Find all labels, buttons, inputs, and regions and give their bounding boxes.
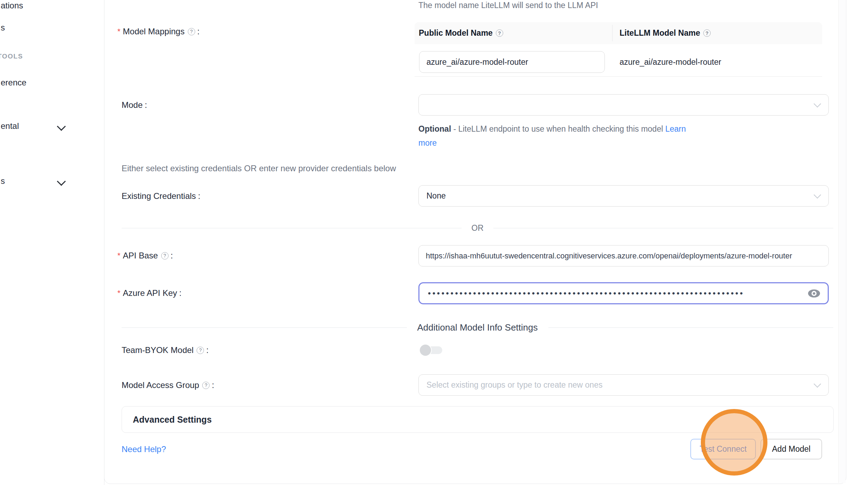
eye-icon[interactable]	[807, 289, 821, 298]
colon: :	[212, 380, 214, 390]
azure-api-key-label: * Azure API Key :	[117, 288, 182, 298]
help-question-icon[interactable]: ?	[197, 347, 204, 354]
label-text: Azure API Key	[123, 288, 177, 298]
model-name-hint: The model name LiteLLM will send to the …	[418, 1, 598, 10]
label-text: Mode	[122, 100, 143, 110]
column-divider	[612, 25, 613, 41]
sidebar: ations s TOOLS erence ental s	[0, 0, 104, 485]
toggle-knob	[420, 345, 431, 356]
scrollbar-gutter[interactable]	[838, 0, 846, 483]
chevron-down-icon	[814, 100, 821, 107]
mode-help-text: Optional - LiteLLM endpoint to use when …	[418, 122, 701, 150]
test-connect-button[interactable]: Test Connect	[690, 439, 756, 459]
label-text: Model Mappings	[123, 27, 185, 36]
label-text: API Base	[123, 251, 158, 261]
mode-label: Mode :	[122, 100, 147, 110]
sidebar-item-organizations[interactable]: ations	[1, 1, 23, 11]
mode-help-body: - LiteLLM endpoint to use when health ch…	[453, 124, 663, 133]
sidebar-item-label: s	[1, 176, 5, 186]
or-divider-text: OR	[471, 223, 484, 233]
table-header-row: Public Model Name ? LiteLLM Model Name ?	[415, 22, 822, 44]
column-header-public-model-name: Public Model Name ?	[419, 22, 503, 44]
api-base-label: * API Base ? :	[117, 251, 173, 261]
sidebar-item-label: s	[1, 23, 5, 32]
colon: :	[179, 288, 182, 298]
column-header-label: Public Model Name	[419, 28, 493, 38]
required-mark: *	[117, 27, 121, 36]
add-model-label: Add Model	[772, 444, 811, 454]
test-connect-label: Test Connect	[699, 444, 746, 454]
sidebar-section-tools: TOOLS	[0, 53, 23, 60]
help-question-icon[interactable]: ?	[202, 382, 210, 389]
azure-api-key-input[interactable]: ••••••••••••••••••••••••••••••••••••••••…	[418, 282, 829, 304]
add-model-screen: ations s TOOLS erence ental s The model …	[0, 0, 868, 485]
add-model-button[interactable]: Add Model	[760, 439, 822, 459]
need-help-link[interactable]: Need Help?	[122, 444, 166, 454]
public-model-name-input[interactable]	[419, 51, 605, 73]
label-text: Model Access Group	[122, 380, 199, 390]
column-header-litellm-model-name: LiteLLM Model Name ?	[620, 22, 711, 44]
advanced-settings-label: Advanced Settings	[133, 407, 212, 432]
existing-credentials-select[interactable]: None	[418, 185, 829, 207]
required-mark: *	[117, 251, 121, 260]
label-text: Team-BYOK Model	[122, 345, 193, 355]
help-question-icon[interactable]: ?	[161, 252, 169, 259]
sidebar-item-reference[interactable]: erence	[1, 78, 26, 88]
api-base-input[interactable]	[418, 245, 829, 266]
or-divider: OR	[122, 223, 833, 233]
existing-credentials-value: None	[426, 191, 446, 201]
colon: :	[198, 191, 200, 201]
sidebar-item-label: ations	[1, 1, 23, 10]
team-byok-toggle[interactable]	[420, 345, 443, 356]
info-settings-divider-text: Additional Model Info Settings	[417, 322, 538, 333]
sidebar-item-experimental[interactable]: ental	[1, 121, 19, 131]
sidebar-item[interactable]: s	[1, 23, 5, 33]
masked-password-value: ••••••••••••••••••••••••••••••••••••••••…	[428, 282, 744, 304]
model-mappings-table: Public Model Name ? LiteLLM Model Name ?…	[415, 22, 822, 77]
colon: :	[197, 27, 200, 36]
mode-select[interactable]	[418, 94, 829, 116]
info-settings-divider: Additional Model Info Settings	[122, 322, 833, 333]
required-mark: *	[117, 289, 121, 298]
model-access-group-label: Model Access Group ? :	[122, 380, 214, 390]
credentials-note: Either select existing credentials OR en…	[122, 164, 396, 173]
sidebar-item-label: erence	[1, 78, 26, 87]
help-question-icon[interactable]: ?	[496, 29, 503, 37]
help-question-icon[interactable]: ?	[188, 28, 195, 35]
column-header-label: LiteLLM Model Name	[620, 28, 700, 38]
team-byok-label: Team-BYOK Model ? :	[122, 345, 209, 355]
chevron-down-icon	[57, 177, 66, 186]
advanced-settings-panel[interactable]: Advanced Settings	[122, 406, 834, 433]
model-access-group-select[interactable]: Select existing groups or type to create…	[418, 374, 829, 396]
optional-emphasis: Optional	[418, 124, 451, 133]
chevron-down-icon	[814, 191, 821, 198]
label-text: Existing Credentials	[122, 191, 196, 201]
colon: :	[206, 345, 209, 355]
chevron-down-icon	[814, 380, 821, 387]
chevron-down-icon	[57, 122, 66, 131]
colon: :	[171, 251, 173, 261]
model-mappings-label: * Model Mappings ? :	[117, 27, 199, 36]
sidebar-section-label: TOOLS	[0, 53, 23, 60]
sidebar-item-settings[interactable]: s	[1, 176, 5, 186]
sidebar-item-label: ental	[1, 121, 19, 131]
model-access-group-placeholder: Select existing groups or type to create…	[426, 380, 602, 390]
colon: :	[145, 100, 147, 110]
existing-credentials-label: Existing Credentials :	[122, 191, 200, 201]
litellm-model-name-value: azure_ai/azure-model-router	[620, 51, 721, 73]
help-question-icon[interactable]: ?	[703, 29, 711, 37]
